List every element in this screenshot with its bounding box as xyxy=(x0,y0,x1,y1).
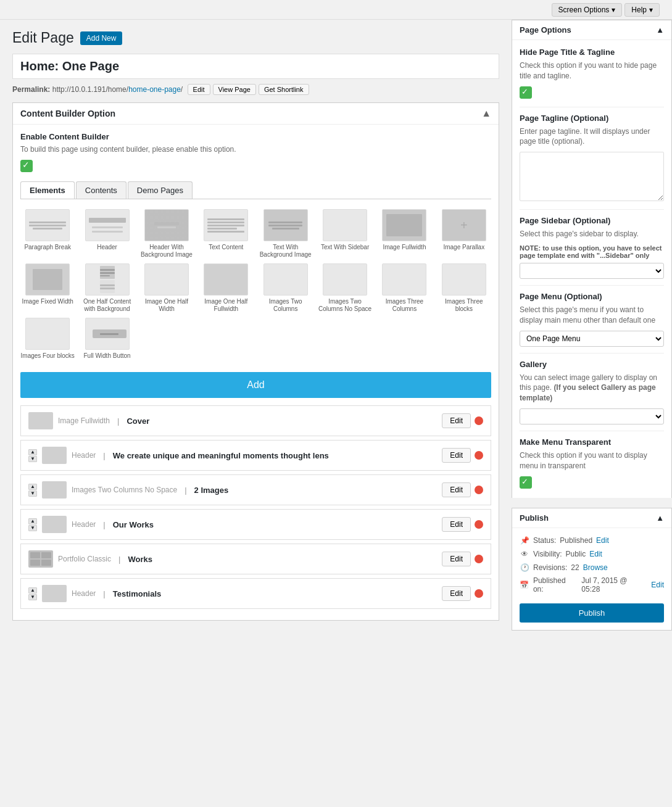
row-title-cover: Cover xyxy=(127,416,437,426)
element-thumb-image-fixed-width xyxy=(25,263,70,296)
permalink-slug[interactable]: home-one-page xyxy=(128,85,181,94)
revisions-icon: 🕐 xyxy=(520,563,529,573)
publish-revisions-row: 🕐 Revisions: 22 Browse xyxy=(520,563,664,573)
element-image-fullwidth[interactable]: Image Fullwidth xyxy=(377,209,431,259)
element-thumb-image-one-half-fullwidth xyxy=(204,263,248,296)
page-tagline-textarea[interactable] xyxy=(520,152,664,201)
published-on-value: Jul 7, 2015 @ 05:28 xyxy=(581,576,647,594)
element-thumb-images-three-blocks xyxy=(442,263,486,296)
sort-up-our-works[interactable]: ▲ xyxy=(28,518,37,524)
page-menu-select[interactable]: One Page Menu Main Menu None xyxy=(520,331,664,347)
page-options-body: Hide Page Title & Tagline Check this opt… xyxy=(512,40,671,498)
element-one-half-content-bg[interactable]: One Half Content with Background xyxy=(80,263,134,313)
edit-button-works[interactable]: Edit xyxy=(442,552,471,566)
divider-3 xyxy=(520,285,664,286)
add-button[interactable]: Add xyxy=(20,372,491,398)
element-images-three-blocks[interactable]: Images Three blocks xyxy=(437,263,491,313)
edit-button-header1[interactable]: Edit xyxy=(442,448,471,463)
status-dot-works xyxy=(475,555,483,563)
make-menu-transparent-checkbox[interactable] xyxy=(520,476,532,489)
status-dot-2images xyxy=(475,486,483,494)
element-label-image-parallax: Image Parallax xyxy=(443,244,484,251)
element-images-four-blocks[interactable]: Images Four blocks xyxy=(20,318,75,360)
page-title-input[interactable] xyxy=(20,59,491,73)
sort-up-header1[interactable]: ▲ xyxy=(28,449,37,455)
top-bar: Screen Options ▾ Help ▾ xyxy=(0,0,672,20)
hide-title-checkbox[interactable] xyxy=(520,86,532,99)
status-value: Published xyxy=(560,536,592,545)
page-options-title: Page Options xyxy=(520,25,571,35)
published-on-edit-link[interactable]: Edit xyxy=(651,581,664,589)
divider-2 xyxy=(520,209,664,210)
tab-elements[interactable]: Elements xyxy=(20,181,75,199)
revisions-browse-link[interactable]: Browse xyxy=(583,563,608,572)
sort-arrows-2images[interactable]: ▲ ▼ xyxy=(28,484,37,497)
element-text-sidebar[interactable]: Text With Sidebar xyxy=(318,209,372,259)
tab-contents[interactable]: Contents xyxy=(76,181,127,199)
element-full-width-button[interactable]: Full Width Button xyxy=(80,318,134,360)
enable-cb-checkbox[interactable] xyxy=(20,160,33,172)
publish-panel-header[interactable]: Publish ▲ xyxy=(512,508,671,528)
sort-down-header1[interactable]: ▼ xyxy=(28,456,37,462)
add-new-button[interactable]: Add New xyxy=(80,31,123,45)
sort-down-2images[interactable]: ▼ xyxy=(28,490,37,497)
element-header[interactable]: Header xyxy=(80,209,134,259)
row-type-our-works: Header xyxy=(72,520,96,529)
gallery-select[interactable] xyxy=(520,408,664,424)
view-page-button[interactable]: View Page xyxy=(213,84,256,95)
edit-button-cover[interactable]: Edit xyxy=(442,413,471,428)
element-thumb-images-four-blocks xyxy=(25,318,70,350)
element-thumb-paragraph-break xyxy=(25,209,70,241)
get-shortlink-button[interactable]: Get Shortlink xyxy=(259,84,309,95)
element-images-two-columns-no-space[interactable]: Images Two Columns No Space xyxy=(318,263,372,313)
sort-arrows-our-works[interactable]: ▲ ▼ xyxy=(28,518,37,531)
element-text-content[interactable]: Text Content xyxy=(199,209,253,259)
sort-arrows-header1[interactable]: ▲ ▼ xyxy=(28,449,37,462)
element-thumb-image-one-half-width xyxy=(144,263,189,296)
page-title: Edit Page xyxy=(12,30,74,46)
element-header-bg[interactable]: Header With Background Image xyxy=(139,209,194,259)
screen-options-button[interactable]: Screen Options ▾ xyxy=(552,3,623,17)
element-image-fixed-width[interactable]: Image Fixed Width xyxy=(20,263,75,313)
edit-button-2images[interactable]: Edit xyxy=(442,482,471,497)
element-label-image-one-half-width: Image One Half Width xyxy=(139,298,194,313)
sort-up-testimonials[interactable]: ▲ xyxy=(28,587,37,594)
title-section xyxy=(12,54,499,79)
status-edit-link[interactable]: Edit xyxy=(596,536,609,545)
make-menu-transparent-desc: Check this option if you want to display… xyxy=(520,450,664,471)
edit-button-testimonials[interactable]: Edit xyxy=(442,586,471,601)
element-paragraph-break[interactable]: Paragraph Break xyxy=(20,209,75,259)
content-builder-box-header[interactable]: Content Builder Option ▲ xyxy=(13,103,499,125)
element-images-two-columns[interactable]: Images Two Columns xyxy=(259,263,313,313)
page-options-header[interactable]: Page Options ▲ xyxy=(512,20,671,40)
publish-button[interactable]: Publish xyxy=(520,603,664,623)
element-thumb-images-two-columns xyxy=(263,263,308,296)
permalink-bar: Permalink: http://10.0.1.191/home/home-o… xyxy=(12,84,499,95)
tab-demo-pages[interactable]: Demo Pages xyxy=(128,181,193,199)
element-image-one-half-fullwidth[interactable]: Image One Half Fullwidth xyxy=(199,263,253,313)
element-thumb-text-bg xyxy=(263,209,308,241)
screen-options-label: Screen Options xyxy=(558,6,610,14)
edit-button-our-works[interactable]: Edit xyxy=(442,517,471,532)
content-row-cover: Image Fullwidth | Cover Edit xyxy=(20,405,491,436)
revisions-value: 22 xyxy=(571,563,579,572)
element-images-three-columns[interactable]: Images Three Columns xyxy=(377,263,431,313)
sort-arrows-testimonials[interactable]: ▲ ▼ xyxy=(28,587,37,600)
permalink-base: http://10.0.1.191/home/ xyxy=(52,85,128,94)
status-label: Status: xyxy=(533,536,556,545)
element-label-images-three-blocks: Images Three blocks xyxy=(437,298,491,313)
element-image-parallax[interactable]: + Image Parallax xyxy=(437,209,491,259)
visibility-edit-link[interactable]: Edit xyxy=(589,550,602,558)
row-thumb-cover xyxy=(28,412,53,429)
page-sidebar-select[interactable] xyxy=(520,263,664,279)
row-title-2images: 2 Images xyxy=(194,486,438,495)
publish-panel-body: 📌 Status: Published Edit 👁 Visibility: P… xyxy=(512,528,671,630)
element-thumb-header-bg xyxy=(144,209,189,241)
sort-down-our-works[interactable]: ▼ xyxy=(28,525,37,531)
sort-up-2images[interactable]: ▲ xyxy=(28,484,37,490)
permalink-edit-button[interactable]: Edit xyxy=(188,84,210,95)
element-text-bg[interactable]: Text With Background Image xyxy=(259,209,313,259)
help-button[interactable]: Help ▾ xyxy=(624,3,660,17)
element-image-one-half-width[interactable]: Image One Half Width xyxy=(139,263,194,313)
sort-down-testimonials[interactable]: ▼ xyxy=(28,594,37,600)
